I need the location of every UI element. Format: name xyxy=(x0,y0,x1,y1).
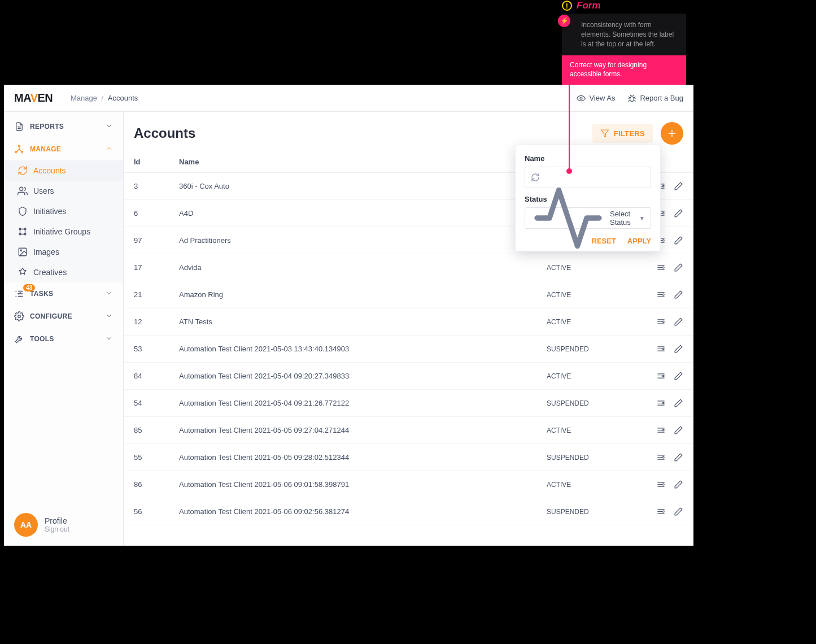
edit-icon[interactable] xyxy=(674,371,683,381)
table-row[interactable]: 17AdvidaACTIVE xyxy=(124,254,693,281)
sidebar-item-users[interactable]: Users xyxy=(4,181,123,201)
view-icon[interactable] xyxy=(656,371,666,381)
annotation-body: Inconsistency with form elements. Someti… xyxy=(562,14,686,55)
logo: MAVEN xyxy=(14,92,67,105)
svg-point-63 xyxy=(662,484,664,485)
cell-name: Automation Test Client 2021-05-05 09:28:… xyxy=(179,453,547,462)
nav-item-icon xyxy=(18,247,28,257)
annotation-title: Form xyxy=(577,0,601,11)
nav-group-reports[interactable]: REPORTS xyxy=(4,115,123,138)
table-row[interactable]: 86Automation Test Client 2021-05-06 09:0… xyxy=(124,471,693,498)
svg-point-11 xyxy=(20,250,21,251)
view-icon[interactable] xyxy=(656,507,666,516)
sidebar-item-label: Images xyxy=(33,247,59,256)
chevron-down-icon xyxy=(105,289,113,299)
cell-status: ACTIVE xyxy=(547,264,648,272)
cell-id: 54 xyxy=(134,399,179,407)
svg-point-67 xyxy=(662,511,664,512)
filter-status-select[interactable]: Select Status ▼ xyxy=(525,207,651,229)
cell-id: 3 xyxy=(134,182,179,190)
edit-icon[interactable] xyxy=(674,507,683,516)
network-icon xyxy=(14,144,24,154)
table-row[interactable]: 54Automation Test Client 2021-05-04 09:2… xyxy=(124,390,693,417)
edit-icon[interactable] xyxy=(674,425,683,435)
view-icon[interactable] xyxy=(656,317,666,327)
edit-icon[interactable] xyxy=(674,398,683,408)
sidebar-item-initiative-groups[interactable]: Initiative Groups xyxy=(4,221,123,242)
sidebar-item-images[interactable]: Images xyxy=(4,242,123,262)
nav-item-icon xyxy=(18,166,28,176)
sidebar-item-creatives[interactable]: Creatives xyxy=(4,262,123,282)
cell-id: 97 xyxy=(134,236,179,245)
filters-popover: Name Status Select Status ▼ RESET APPLY xyxy=(515,145,661,251)
table-row[interactable]: 85Automation Test Client 2021-05-05 09:2… xyxy=(124,417,693,444)
profile-link[interactable]: Profile xyxy=(45,516,69,525)
add-button[interactable] xyxy=(661,122,683,145)
chevron-up-icon xyxy=(105,145,113,154)
nav-group-manage[interactable]: MANAGE xyxy=(4,138,123,160)
edit-icon[interactable] xyxy=(674,452,683,462)
checklist-icon xyxy=(14,289,24,299)
nav-item-icon xyxy=(18,206,28,216)
svg-point-5 xyxy=(20,187,23,190)
view-icon[interactable] xyxy=(656,398,666,408)
table-row[interactable]: 21Amazon RingACTIVE xyxy=(124,281,693,308)
edit-icon[interactable] xyxy=(674,236,683,245)
cell-status: ACTIVE xyxy=(547,427,648,434)
annotation-callout: ! Form ⚡ Inconsistency with form element… xyxy=(562,0,686,85)
edit-icon[interactable] xyxy=(674,263,683,272)
reset-button[interactable]: RESET xyxy=(592,237,616,245)
chevron-down-icon xyxy=(105,312,113,321)
sidebar-item-label: Creatives xyxy=(33,268,67,277)
view-as-button[interactable]: View As xyxy=(577,94,615,103)
gear-icon xyxy=(14,311,24,321)
view-icon[interactable] xyxy=(656,425,666,435)
app-frame: MAVEN Manage / Accounts View As Report a… xyxy=(4,85,693,546)
svg-point-23 xyxy=(662,212,664,214)
tasks-badge: 43 xyxy=(23,284,35,291)
filter-name-label: Name xyxy=(525,154,651,163)
col-name[interactable]: Name xyxy=(179,158,547,166)
cell-id: 56 xyxy=(134,507,179,516)
topbar: MAVEN Manage / Accounts View As Report a… xyxy=(4,85,693,112)
breadcrumb-root[interactable]: Manage xyxy=(71,94,97,102)
view-icon[interactable] xyxy=(656,452,666,462)
svg-point-47 xyxy=(662,375,664,377)
breadcrumb: Manage / Accounts xyxy=(71,94,138,102)
edit-icon[interactable] xyxy=(674,480,683,489)
nav-group-tools[interactable]: TOOLS xyxy=(4,328,123,350)
sidebar-item-initiatives[interactable]: Initiatives xyxy=(4,201,123,221)
edit-icon[interactable] xyxy=(674,290,683,299)
edit-icon[interactable] xyxy=(674,344,683,354)
cell-status: ACTIVE xyxy=(547,318,648,326)
table-row[interactable]: 53Automation Test Client 2021-05-03 13:4… xyxy=(124,336,693,363)
view-icon[interactable] xyxy=(656,344,666,354)
table-row[interactable]: 55Automation Test Client 2021-05-05 09:2… xyxy=(124,444,693,471)
view-icon[interactable] xyxy=(656,290,666,299)
svg-point-35 xyxy=(662,294,664,295)
edit-icon[interactable] xyxy=(674,208,683,218)
nav-group-configure[interactable]: CONFIGURE xyxy=(4,305,123,328)
view-icon[interactable] xyxy=(656,263,666,272)
cell-id: 21 xyxy=(134,290,179,299)
signout-link[interactable]: Sign out xyxy=(45,525,69,533)
col-id[interactable]: Id xyxy=(134,158,179,166)
table-row[interactable]: 12ATN TestsACTIVE xyxy=(124,308,693,336)
apply-button[interactable]: APPLY xyxy=(627,237,651,245)
table-row[interactable]: 56Automation Test Client 2021-05-06 09:0… xyxy=(124,498,693,525)
edit-icon[interactable] xyxy=(674,317,683,327)
filters-button[interactable]: FILTERS xyxy=(592,124,653,143)
bolt-icon: ⚡ xyxy=(558,15,570,27)
sidebar-item-accounts[interactable]: Accounts xyxy=(4,160,123,181)
view-icon[interactable] xyxy=(656,480,666,489)
report-bug-button[interactable]: Report a Bug xyxy=(627,94,683,103)
nav-group-tasks[interactable]: TASKS xyxy=(4,282,123,305)
chevron-down-icon xyxy=(105,334,113,344)
avatar[interactable]: AA xyxy=(14,513,38,537)
cell-name: Ad Practitioners xyxy=(179,236,547,245)
table-row[interactable]: 84Automation Test Client 2021-05-04 09:2… xyxy=(124,363,693,390)
svg-point-43 xyxy=(662,348,664,350)
edit-icon[interactable] xyxy=(674,181,683,191)
cell-name: Automation Test Client 2021-05-03 13:43:… xyxy=(179,345,547,353)
wrench-icon xyxy=(14,334,24,344)
